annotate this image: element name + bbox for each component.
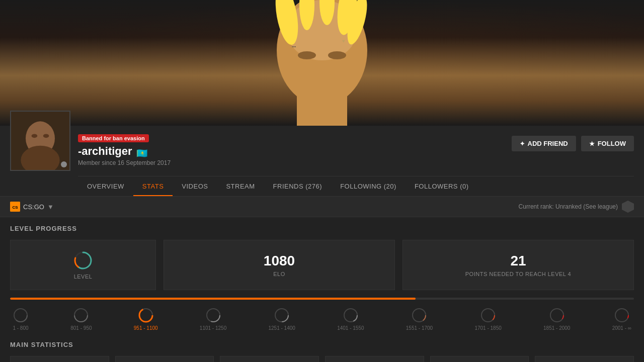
stat-winrate: 50 WIN RATE % — [115, 356, 214, 362]
elo-range-5-label: 1251 - 1400 — [268, 325, 295, 331]
stat-matches: 1450 MATCHES — [10, 356, 109, 362]
elo-range-4-label: 1101 - 1250 — [200, 325, 226, 331]
online-indicator — [61, 161, 67, 167]
level-progress-section: LEVEL PROGRESS LEVEL 1080 ELO — [10, 225, 634, 331]
stat-kd: 1.14 AVERAGE K/D RATIO — [430, 356, 529, 362]
svg-text:•••: ••• — [292, 44, 296, 49]
level-card: LEVEL — [10, 240, 156, 290]
elo-card: 1080 ELO — [164, 240, 395, 290]
elo-progress-bar — [10, 298, 634, 300]
profile-info: Banned for ban evasion -architiger 🇰🇿 Me… — [78, 131, 504, 166]
progress-fill — [10, 298, 416, 300]
flag-icon: 🇰🇿 — [136, 148, 146, 155]
game-label: CS:GO — [23, 203, 44, 211]
elo-range-3-label: 951 - 1100 — [134, 325, 158, 331]
svg-point-15 — [32, 134, 38, 138]
elo-range-6: 1401 - 1550 — [337, 307, 364, 331]
elo-range-7-label: 1551 - 1700 — [406, 325, 433, 331]
elo-range-5: 1251 - 1400 — [268, 307, 295, 331]
elo-range-8: 1701 - 1850 — [474, 307, 501, 331]
add-friend-icon: ✦ — [520, 140, 525, 147]
svg-point-38 — [550, 309, 564, 322]
tab-followers[interactable]: FOLLOWERS (0) — [406, 176, 478, 196]
stat-headshots: 41 AVERAGE HEADSHOTS % — [535, 356, 634, 362]
profile-actions: ✦ ADD FRIEND ★ FOLLOW — [512, 131, 634, 151]
banned-badge: Banned for ban evasion — [78, 134, 149, 142]
svg-point-8 — [298, 51, 316, 59]
elo-range-2: 801 - 950 — [70, 307, 92, 331]
tab-friends[interactable]: FRIENDS (276) — [264, 176, 332, 196]
tab-videos[interactable]: VIDEOS — [173, 176, 217, 196]
elo-range-10-label: 2001 - ∞ — [612, 325, 631, 331]
svg-text:♥: ♥ — [342, 38, 345, 44]
svg-point-36 — [481, 309, 495, 322]
points-card: 21 POINTS NEEDED TO REACH LEVEL 4 — [403, 240, 634, 290]
add-friend-button[interactable]: ✦ ADD FRIEND — [512, 136, 576, 151]
rank-info: Current rank: Unranked (See league) — [519, 201, 634, 213]
follow-button[interactable]: ★ FOLLOW — [581, 136, 634, 151]
stat-recent-results: W L W W W RECENT RESULTS — [325, 356, 424, 362]
profile-section: Banned for ban evasion -architiger 🇰🇿 Me… — [0, 126, 644, 197]
game-bar: CS CS:GO ▼ Current rank: Unranked (See l… — [0, 197, 644, 217]
game-logo: CS — [10, 202, 20, 212]
tab-stats[interactable]: STATS — [133, 176, 173, 196]
rank-hexagon — [622, 201, 634, 213]
points-label: POINTS NEEDED TO REACH LEVEL 4 — [465, 271, 571, 277]
tab-following[interactable]: FOLLOWING (20) — [331, 176, 406, 196]
member-since: Member since 16 September 2017 — [78, 159, 504, 166]
tab-stream[interactable]: STREAM — [217, 176, 264, 196]
stats-cards: 1450 MATCHES 50 WIN RATE % 9 LONGEST WIN… — [10, 356, 634, 362]
elo-range-4: 1101 - 1250 — [200, 307, 226, 331]
elo-range-1-label: 1 - 800 — [13, 325, 28, 331]
avatar — [10, 111, 70, 171]
avatar-image — [11, 112, 69, 170]
stat-winstreak: 9 LONGEST WIN STREAK — [220, 356, 319, 362]
username: -architiger 🇰🇿 — [78, 145, 504, 158]
svg-point-40 — [615, 309, 628, 322]
svg-rect-2 — [297, 70, 347, 126]
level-progress-title: LEVEL PROGRESS — [10, 225, 634, 232]
hero-banner: ••• ♥ — [0, 0, 644, 126]
elo-value: 1080 — [264, 253, 295, 269]
elo-range-1: 1 - 800 — [13, 307, 29, 331]
elo-ranges: 1 - 800 801 - 950 951 - 1100 1101 - 1250… — [10, 307, 634, 331]
game-selector[interactable]: CS CS:GO ▼ — [10, 202, 54, 212]
main-content: LEVEL PROGRESS LEVEL 1080 ELO — [0, 217, 644, 362]
main-stats-section: MAIN STATISTICS 1450 MATCHES 50 WIN RATE… — [10, 341, 634, 362]
elo-range-3: 951 - 1100 — [134, 307, 158, 331]
elo-label: ELO — [273, 271, 285, 277]
level-cards: LEVEL 1080 ELO 21 POINTS NEEDED TO REACH… — [10, 240, 634, 290]
nav-tabs: OVERVIEW STATS VIDEOS STREAM FRIENDS (27… — [78, 176, 634, 196]
star-icon: ★ — [589, 140, 595, 147]
level-label: LEVEL — [74, 274, 93, 280]
svg-point-16 — [43, 134, 49, 138]
elo-range-10: 2001 - ∞ — [612, 307, 631, 331]
elo-range-8-label: 1701 - 1850 — [474, 325, 501, 331]
main-stats-title: MAIN STATISTICS — [10, 341, 634, 348]
level-gauge — [73, 250, 93, 270]
dropdown-icon: ▼ — [47, 203, 54, 211]
tab-overview[interactable]: OVERVIEW — [78, 176, 133, 196]
elo-range-2-label: 801 - 950 — [70, 325, 92, 331]
avatar-wrapper — [10, 111, 70, 171]
points-value: 21 — [510, 253, 526, 269]
elo-range-9-label: 1851 - 2000 — [543, 325, 570, 331]
svg-text:CS: CS — [12, 205, 18, 210]
elo-range-7: 1551 - 1700 — [406, 307, 433, 331]
elo-range-9: 1851 - 2000 — [543, 307, 570, 331]
svg-point-9 — [328, 51, 346, 59]
elo-range-6-label: 1401 - 1550 — [337, 325, 364, 331]
hero-background: ••• ♥ — [0, 0, 644, 126]
